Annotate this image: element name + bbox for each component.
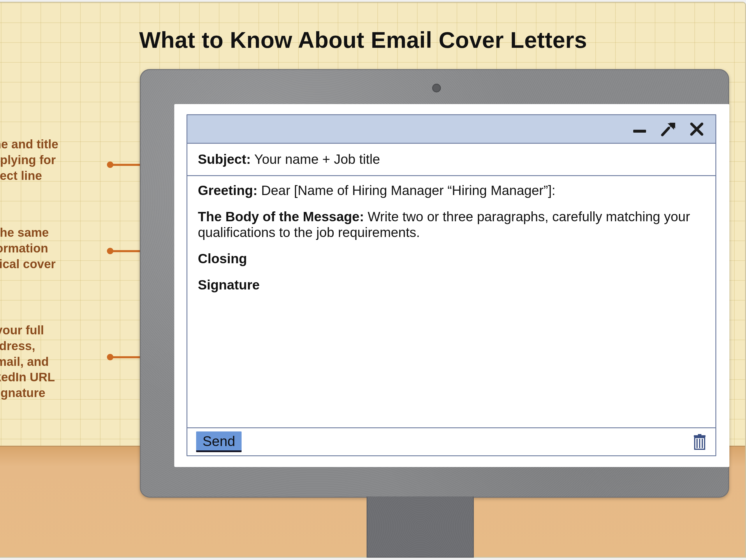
monitor-screen: Subject: Your name + Job title Greeting:… <box>174 104 729 467</box>
svg-rect-5 <box>698 434 701 436</box>
svg-rect-0 <box>633 130 646 133</box>
send-button[interactable]: Send <box>196 431 241 452</box>
compose-titlebar <box>188 115 715 144</box>
annotation-body-info: clude the samesic information a physical… <box>0 225 56 287</box>
compose-bottombar: Send <box>188 427 715 455</box>
subject-value: Your name + Job title <box>254 151 380 167</box>
body-label: The Body of the Message: <box>198 209 364 224</box>
computer-monitor: Subject: Your name + Job title Greeting:… <box>140 69 729 498</box>
closing-label: Closing <box>198 251 247 266</box>
greeting-value: Dear [Name of Hiring Manager “Hiring Man… <box>261 183 555 198</box>
monitor-stand <box>367 497 474 558</box>
page-title: What to Know About Email Cover Letters <box>0 27 746 53</box>
email-compose-window: Subject: Your name + Job title Greeting:… <box>186 114 716 456</box>
webcam-icon <box>432 84 441 92</box>
compose-body-area[interactable]: Greeting: Dear [Name of Hiring Manager “… <box>188 176 715 306</box>
trash-icon[interactable] <box>693 434 707 450</box>
maximize-icon[interactable] <box>660 121 676 137</box>
infographic-card: What to Know About Email Cover Letters u… <box>0 2 746 558</box>
annotation-subject-line: ur name and titleu're applying for in su… <box>0 136 58 184</box>
signature-label: Signature <box>198 277 260 292</box>
minimize-icon[interactable] <box>631 121 648 137</box>
subject-label: Subject: <box>198 151 251 167</box>
close-icon[interactable] <box>689 121 705 137</box>
greeting-label: Greeting: <box>198 183 257 198</box>
annotation-signature-info: clude your fullme, address,one, email, a… <box>0 323 55 401</box>
compose-subject-row[interactable]: Subject: Your name + Job title <box>188 144 715 176</box>
